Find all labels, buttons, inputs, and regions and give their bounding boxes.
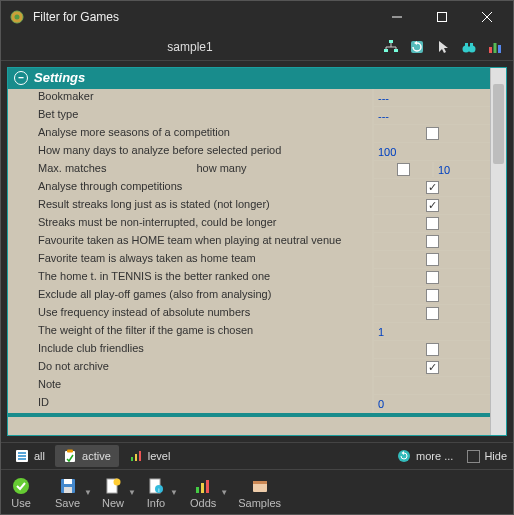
checkbox[interactable] [426,271,439,284]
checkbox[interactable] [426,235,439,248]
setting-value[interactable]: 10 [434,163,490,177]
setting-value[interactable] [372,377,490,395]
setting-split-cell[interactable]: 10 [372,161,490,179]
filter-level-button[interactable]: level [121,445,179,467]
more-icon [397,449,411,463]
checkbox[interactable] [426,361,439,374]
checkbox[interactable] [426,127,439,140]
svg-rect-10 [470,43,473,47]
setting-checkbox-cell[interactable] [372,359,490,377]
setting-label: Use frequency instead of absolute number… [8,305,372,323]
setting-checkbox-cell[interactable] [372,197,490,215]
setting-value[interactable]: 100 [372,143,490,161]
setting-label: Bet type [8,107,372,125]
maximize-button[interactable] [419,2,464,32]
setting-checkbox-cell[interactable] [372,251,490,269]
settings-grid: Bookmaker---Bet type---Analyse more seas… [8,89,490,413]
setting-label: The weight of the filter if the game is … [8,323,372,341]
hide-label: Hide [484,450,507,462]
settings-row: Include club friendlies [8,341,490,359]
svg-rect-3 [389,40,393,43]
setting-checkbox-cell[interactable] [372,215,490,233]
setting-value[interactable]: --- [372,89,490,107]
setting-checkbox-cell[interactable] [372,233,490,251]
dropdown-icon[interactable]: ▼ [84,488,92,497]
binoculars-icon[interactable] [457,35,481,59]
setting-checkbox-cell[interactable] [372,287,490,305]
filter-active-label: active [82,450,111,462]
setting-label: Favourite taken as HOME team when playin… [8,233,372,251]
checkbox[interactable] [426,217,439,230]
settings-row: Favorite team is always taken as home te… [8,251,490,269]
setting-label: Streaks must be non-interrupted, could b… [8,215,372,233]
collapse-icon[interactable]: – [14,71,28,85]
scrollbar[interactable] [490,68,506,435]
setting-label: Bookmaker [8,89,372,107]
subheader: sample1 [1,33,513,61]
setting-label: Exclude all play-off games (also from an… [8,287,372,305]
settings-header[interactable]: – Settings [8,68,490,89]
checkbox[interactable] [426,253,439,266]
save-icon [58,476,78,496]
use-button[interactable]: Use [7,474,49,511]
save-button[interactable]: Save ▼ [51,474,96,511]
svg-rect-11 [489,47,492,53]
setting-checkbox-cell[interactable] [372,179,490,197]
svg-rect-32 [206,480,209,493]
filter-bar: all active level more ... Hide [1,442,513,470]
setting-checkbox-cell[interactable] [372,125,490,143]
dropdown-icon[interactable]: ▼ [170,488,178,497]
checkbox[interactable] [426,343,439,356]
svg-point-26 [114,478,121,485]
filter-more-button[interactable]: more ... [389,445,461,467]
settings-row: Use frequency instead of absolute number… [8,305,490,323]
hide-checkbox[interactable] [467,450,480,463]
setting-checkbox-cell[interactable] [372,341,490,359]
filter-all-label: all [34,450,45,462]
tree-icon[interactable] [379,35,403,59]
checkbox[interactable] [426,289,439,302]
level-icon [129,449,143,463]
settings-row: Do not archive [8,359,490,377]
setting-label: Favorite team is always taken as home te… [8,251,372,269]
setting-value[interactable]: 1 [372,323,490,341]
new-button[interactable]: New ▼ [98,474,140,511]
dropdown-icon[interactable]: ▼ [220,488,228,497]
checkbox[interactable] [426,181,439,194]
settings-row: Streaks must be non-interrupted, could b… [8,215,490,233]
checkbox[interactable] [397,163,410,176]
setting-checkbox-cell[interactable] [372,269,490,287]
svg-rect-5 [394,49,398,52]
samples-button[interactable]: Samples [234,474,285,511]
setting-value[interactable]: --- [372,107,490,125]
settings-panel: – Settings Bookmaker---Bet type---Analys… [7,67,507,436]
settings-row: ID0 [8,395,490,413]
setting-value[interactable]: 0 [372,395,490,413]
chart-icon[interactable] [483,35,507,59]
svg-point-1 [15,15,20,20]
setting-label: ID [8,395,372,413]
minimize-button[interactable] [374,2,419,32]
setting-checkbox-cell[interactable] [372,305,490,323]
hide-toggle[interactable]: Hide [467,450,507,463]
check-icon [11,476,31,496]
settings-row: Max. matcheshow many10 [8,161,490,179]
titlebar: Filter for Games [1,1,513,33]
checkbox[interactable] [426,307,439,320]
svg-rect-12 [494,43,497,53]
settings-row: How many days to analyze before selected… [8,143,490,161]
checkbox[interactable] [426,199,439,212]
refresh-icon[interactable] [405,35,429,59]
info-button[interactable]: iInfo ▼ [142,474,184,511]
svg-rect-30 [196,487,199,493]
dropdown-icon[interactable]: ▼ [128,488,136,497]
close-button[interactable] [464,2,509,32]
settings-row: Exclude all play-off games (also from an… [8,287,490,305]
panel-footer-border [8,413,490,417]
odds-button[interactable]: Odds ▼ [186,474,232,511]
filter-active-button[interactable]: active [55,445,119,467]
bottom-toolbar: Use Save ▼ New ▼ iInfo ▼ Odds ▼ Samples [1,470,513,514]
scrollbar-thumb[interactable] [493,84,504,164]
pointer-icon[interactable] [431,35,455,59]
filter-all-button[interactable]: all [7,445,53,467]
